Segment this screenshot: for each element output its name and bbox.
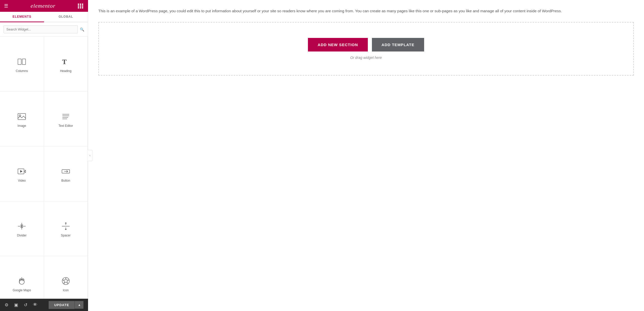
- video-icon: [17, 167, 27, 176]
- widget-heading[interactable]: T Heading: [44, 37, 88, 91]
- sidebar-tabs: ELEMENTS GLOBAL: [0, 12, 88, 22]
- search-bar: 🔍: [0, 22, 88, 37]
- search-icon: 🔍: [80, 27, 84, 32]
- svg-rect-1: [22, 59, 26, 65]
- widget-icon-label: Icon: [63, 288, 69, 292]
- widget-google-maps-label: Google Maps: [13, 288, 31, 292]
- tab-global[interactable]: GLOBAL: [44, 12, 88, 22]
- svg-rect-3: [18, 113, 26, 120]
- settings-icon[interactable]: ⚙: [5, 302, 8, 308]
- hamburger-icon[interactable]: ☰: [4, 3, 8, 9]
- svg-marker-10: [24, 170, 26, 173]
- apps-icon[interactable]: [78, 4, 84, 8]
- widget-image-label: Image: [18, 124, 26, 128]
- widget-heading-label: Heading: [60, 69, 71, 73]
- drop-zone: ADD NEW SECTION ADD TEMPLATE Or drag wid…: [98, 22, 634, 76]
- text-editor-icon: [61, 112, 71, 121]
- svg-point-27: [20, 279, 21, 280]
- widget-button-label: Button: [61, 179, 70, 182]
- widget-button[interactable]: Button: [44, 146, 88, 201]
- widget-divider-label: Divider: [17, 234, 27, 237]
- canvas: This is an example of a WordPress page, …: [88, 0, 644, 311]
- widget-columns-label: Columns: [16, 69, 28, 73]
- google-maps-icon: [17, 276, 27, 286]
- svg-marker-20: [65, 222, 67, 223]
- canvas-content: This is an example of a WordPress page, …: [88, 0, 644, 311]
- widget-video[interactable]: Video: [0, 146, 44, 201]
- spacer-icon: [61, 221, 71, 231]
- svg-point-28: [23, 279, 24, 280]
- preview-icon[interactable]: 👁: [33, 302, 37, 307]
- add-template-button[interactable]: ADD TEMPLATE: [372, 38, 424, 51]
- responsive-icon[interactable]: ▣: [14, 302, 18, 308]
- history-icon[interactable]: ↺: [24, 302, 27, 308]
- drop-zone-buttons: ADD NEW SECTION ADD TEMPLATE: [308, 38, 424, 51]
- search-input[interactable]: [4, 25, 78, 33]
- bottom-bar: ⚙ ▣ ↺ 👁 UPDATE ▲: [0, 299, 88, 311]
- widget-image[interactable]: Image: [0, 91, 44, 146]
- update-button[interactable]: UPDATE: [49, 301, 75, 309]
- divider-icon: [17, 221, 27, 231]
- svg-rect-0: [18, 59, 21, 65]
- tab-elements[interactable]: ELEMENTS: [0, 12, 44, 22]
- widget-divider[interactable]: Divider: [0, 201, 44, 256]
- sidebar: ☰ elementor ELEMENTS GLOBAL 🔍: [0, 0, 88, 311]
- app-layout: ☰ elementor ELEMENTS GLOBAL 🔍: [0, 0, 644, 311]
- collapse-sidebar-button[interactable]: ‹: [88, 150, 92, 161]
- update-arrow-button[interactable]: ▲: [75, 301, 83, 309]
- top-bar: ☰ elementor: [0, 0, 88, 12]
- icon-widget-icon: [61, 276, 71, 286]
- svg-marker-15: [21, 225, 23, 226]
- svg-point-24: [19, 279, 24, 284]
- svg-marker-23: [65, 229, 67, 230]
- canvas-intro-text: This is an example of a WordPress page, …: [98, 8, 634, 14]
- columns-icon: [17, 57, 27, 67]
- widgets-grid: Columns T Heading Image: [0, 37, 88, 311]
- button-icon: [61, 167, 71, 176]
- widget-text-editor-label: Text Editor: [58, 124, 73, 128]
- drag-hint-text: Or drag widget here: [350, 56, 382, 60]
- logo: elementor: [31, 3, 56, 9]
- svg-marker-32: [63, 278, 69, 283]
- svg-marker-11: [20, 170, 23, 173]
- add-new-section-button[interactable]: ADD NEW SECTION: [308, 38, 368, 51]
- update-button-wrap: UPDATE ▲: [49, 301, 83, 309]
- image-icon: [17, 112, 27, 121]
- heading-icon: T: [61, 57, 71, 67]
- bottom-bar-icons: ⚙ ▣ ↺ 👁: [5, 302, 37, 308]
- svg-text:T: T: [62, 58, 67, 66]
- widget-video-label: Video: [18, 179, 26, 182]
- widget-columns[interactable]: Columns: [0, 37, 44, 91]
- widget-spacer[interactable]: Spacer: [44, 201, 88, 256]
- widget-spacer-label: Spacer: [61, 234, 71, 237]
- svg-marker-17: [21, 226, 23, 227]
- widget-text-editor[interactable]: Text Editor: [44, 91, 88, 146]
